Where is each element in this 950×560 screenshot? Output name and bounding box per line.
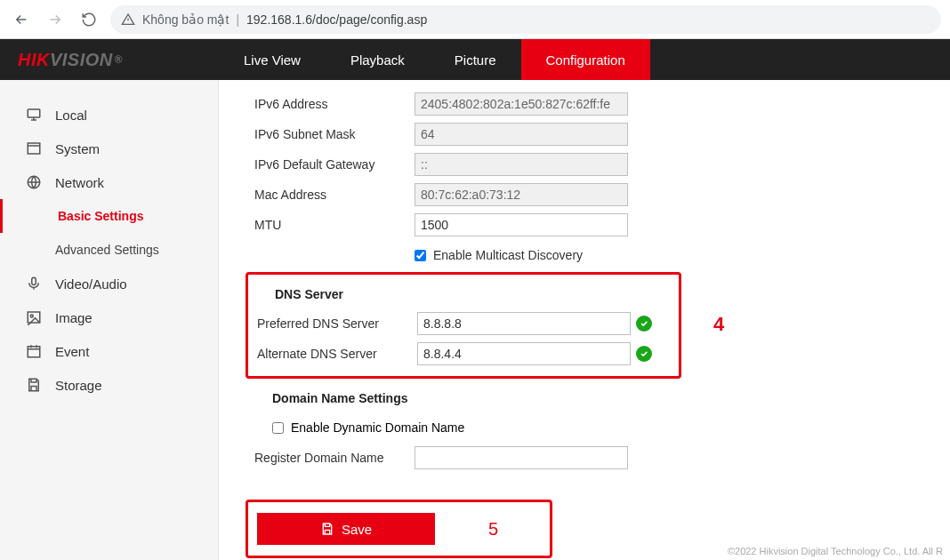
sidebar-item-event[interactable]: Event <box>0 334 218 368</box>
reload-icon <box>81 12 97 28</box>
sidebar-item-basic-settings[interactable]: Basic Settings <box>0 199 218 233</box>
divider: | <box>236 12 239 27</box>
disk-icon <box>320 522 334 536</box>
ipv6-address-label: IPv6 Address <box>254 97 415 111</box>
sidebar-item-system[interactable]: System <box>0 132 218 165</box>
register-domain-label: Register Domain Name <box>254 451 415 465</box>
browser-chrome: Không bảo mật | 192.168.1.6/doc/page/con… <box>0 0 950 39</box>
ipv6-gateway-input[interactable] <box>415 153 628 176</box>
app-body: Local System Network Basic Settings Adva… <box>0 80 950 560</box>
not-secure-icon <box>121 12 135 27</box>
top-nav: HIKVISION® Live View Playback Picture Co… <box>0 39 950 80</box>
svg-rect-6 <box>28 347 40 357</box>
save-box: Save 5 <box>246 500 552 558</box>
ipv6-mask-input[interactable] <box>415 123 628 146</box>
row-ipv6-mask: IPv6 Subnet Mask <box>254 119 950 149</box>
preferred-dns-label: Preferred DNS Server <box>257 316 417 331</box>
row-alternate-dns: Alternate DNS Server <box>257 339 670 369</box>
nav-playback[interactable]: Playback <box>326 39 430 80</box>
check-icon <box>636 316 652 332</box>
row-register-domain: Register Domain Name <box>254 443 950 473</box>
sidebar: Local System Network Basic Settings Adva… <box>0 80 219 560</box>
svg-rect-1 <box>28 143 40 154</box>
nav-configuration[interactable]: Configuration <box>521 39 650 80</box>
dynamic-domain-checkbox[interactable] <box>272 422 284 434</box>
copyright: ©2022 Hikvision Digital Technology Co., … <box>728 546 943 556</box>
ipv6-mask-label: IPv6 Subnet Mask <box>254 127 415 141</box>
security-text: Không bảo mật <box>142 12 229 27</box>
row-mtu: MTU <box>254 210 950 240</box>
alternate-dns-input[interactable] <box>417 342 631 365</box>
annotation-4: 4 <box>713 313 724 336</box>
row-ipv6-gateway: IPv6 Default Gateway <box>254 149 950 180</box>
svg-point-5 <box>30 315 33 317</box>
url-text: 192.168.1.6/doc/page/config.asp <box>246 12 427 27</box>
mac-label: Mac Address <box>254 188 415 202</box>
dns-section-title: DNS Server <box>257 280 670 308</box>
window-icon <box>25 140 43 157</box>
row-preferred-dns: Preferred DNS Server <box>257 308 670 339</box>
mtu-input[interactable] <box>415 213 628 236</box>
sidebar-item-local[interactable]: Local <box>0 98 218 132</box>
save-button[interactable]: Save <box>257 513 435 545</box>
check-icon <box>636 346 652 362</box>
forward-button[interactable] <box>43 7 68 32</box>
arrow-left-icon <box>13 12 29 28</box>
dynamic-domain-label: Enable Dynamic Domain Name <box>291 420 464 435</box>
dns-server-box: DNS Server Preferred DNS Server Alternat… <box>246 272 681 379</box>
register-domain-input[interactable] <box>415 446 628 469</box>
svg-rect-3 <box>32 277 36 284</box>
nav-picture[interactable]: Picture <box>430 39 521 80</box>
annotation-5: 5 <box>488 519 498 540</box>
image-icon <box>25 308 43 326</box>
calendar-icon <box>25 342 43 360</box>
mtu-label: MTU <box>254 218 415 232</box>
sidebar-item-image[interactable]: Image <box>0 300 218 334</box>
svg-rect-0 <box>28 109 40 117</box>
row-multicast: Enable Multicast Discovery <box>254 240 950 270</box>
save-button-label: Save <box>342 522 372 537</box>
mic-icon <box>25 275 43 292</box>
reload-button[interactable] <box>76 7 101 32</box>
sidebar-item-advanced-settings[interactable]: Advanced Settings <box>0 233 218 267</box>
address-bar[interactable]: Không bảo mật | 192.168.1.6/doc/page/con… <box>110 5 941 34</box>
back-button[interactable] <box>9 7 34 32</box>
multicast-checkbox[interactable] <box>415 250 426 261</box>
row-ipv6-address: IPv6 Address <box>254 89 950 119</box>
sidebar-item-video-audio[interactable]: Video/Audio <box>0 267 218 300</box>
ipv6-address-input[interactable] <box>415 92 628 116</box>
multicast-label: Enable Multicast Discovery <box>433 248 583 262</box>
nav-live-view[interactable]: Live View <box>219 39 326 80</box>
logo: HIKVISION® <box>0 39 219 80</box>
save-icon <box>25 376 43 394</box>
mac-input[interactable] <box>415 183 628 206</box>
monitor-icon <box>25 106 43 124</box>
sidebar-item-network[interactable]: Network <box>0 165 218 199</box>
ipv6-gateway-label: IPv6 Default Gateway <box>254 157 415 172</box>
content-area: IPv6 Address IPv6 Subnet Mask IPv6 Defau… <box>219 80 950 560</box>
preferred-dns-input[interactable] <box>417 312 631 335</box>
globe-icon <box>25 173 43 191</box>
alternate-dns-label: Alternate DNS Server <box>257 347 417 361</box>
domain-section-title: Domain Name Settings <box>254 384 950 412</box>
row-mac: Mac Address <box>254 180 950 210</box>
sidebar-item-storage[interactable]: Storage <box>0 368 218 402</box>
row-dynamic-domain: Enable Dynamic Domain Name <box>254 412 950 443</box>
arrow-right-icon <box>47 12 63 28</box>
